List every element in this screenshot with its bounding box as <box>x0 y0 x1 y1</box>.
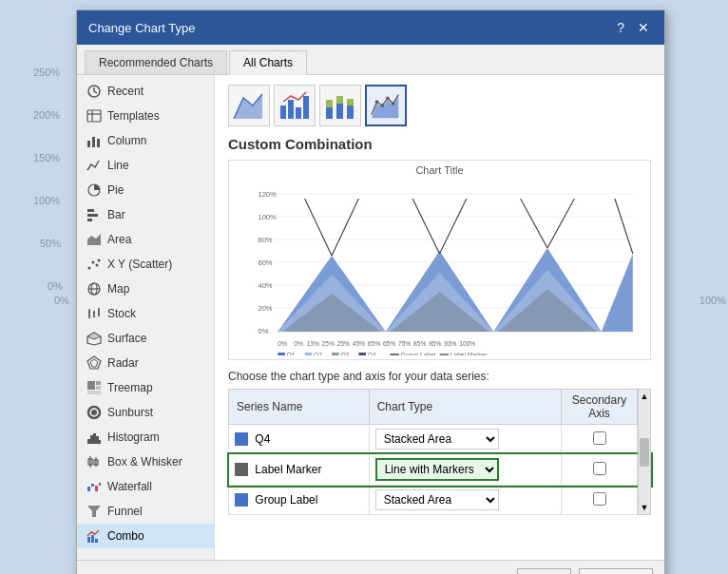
treemap-icon <box>86 380 102 395</box>
sidebar-item-scatter[interactable]: X Y (Scatter) <box>77 252 214 277</box>
bg-percent-left-0: 0% <box>54 295 69 306</box>
series-name-label-marker: Label Marker <box>229 454 370 486</box>
sidebar-label-sunburst: Sunburst <box>107 406 153 419</box>
series-select-group-label[interactable]: Stacked Area Line with Markers <box>375 489 499 510</box>
sidebar-label-surface: Surface <box>107 332 146 345</box>
th-chart-type: Chart Type <box>369 390 561 425</box>
sidebar-item-radar[interactable]: Radar <box>77 351 214 375</box>
chart-preview-title: Chart Title <box>233 164 646 176</box>
sidebar: Recent Templates Column Line <box>77 75 215 560</box>
sidebar-item-box-whisker[interactable]: Box & Whisker <box>77 450 214 474</box>
scroll-up[interactable]: ▲ <box>641 392 649 401</box>
svg-marker-31 <box>90 359 98 367</box>
series-select-label-marker[interactable]: Line with Markers Stacked Area <box>375 458 499 481</box>
sidebar-item-templates[interactable]: Templates <box>77 104 214 128</box>
help-button[interactable]: ? <box>613 18 628 37</box>
svg-point-67 <box>375 100 379 104</box>
svg-text:Q3: Q3 <box>340 352 349 355</box>
sidebar-label-combo: Combo <box>107 529 144 543</box>
series-name-q4: Q4 <box>229 425 370 454</box>
series-color-group-label <box>235 493 248 507</box>
sidebar-item-funnel[interactable]: Funnel <box>77 499 214 524</box>
chart-type-btn-1[interactable] <box>228 85 270 126</box>
svg-rect-6 <box>97 139 100 147</box>
sidebar-item-sunburst[interactable]: Sunburst <box>77 400 214 425</box>
series-secondary-label-marker <box>562 454 638 486</box>
svg-rect-60 <box>326 107 333 119</box>
bg-percent-100: 100% <box>33 195 60 206</box>
table-scrollbar[interactable]: ▲ ▼ <box>638 389 651 515</box>
series-name-group-label: Group Label <box>229 486 370 515</box>
content: Recent Templates Column Line <box>77 75 664 560</box>
series-checkbox-group-label[interactable] <box>593 492 606 506</box>
sidebar-item-waterfall[interactable]: Waterfall <box>77 474 214 499</box>
svg-text:93%: 93% <box>444 340 456 347</box>
svg-rect-4 <box>87 141 90 147</box>
svg-rect-42 <box>99 440 101 444</box>
table-row-label-marker: Label Marker Line with Markers Stacked A… <box>229 454 651 486</box>
svg-line-101 <box>615 199 633 254</box>
sidebar-label-bar: Bar <box>107 208 125 221</box>
chart-type-btn-2[interactable] <box>274 85 316 126</box>
svg-rect-65 <box>347 99 354 105</box>
sidebar-item-treemap[interactable]: Treemap <box>77 375 214 400</box>
svg-rect-115 <box>278 353 285 355</box>
sidebar-item-pie[interactable]: Pie <box>77 178 214 202</box>
sidebar-item-combo[interactable]: Combo <box>77 524 214 548</box>
svg-text:20%: 20% <box>258 304 272 313</box>
sidebar-item-column[interactable]: Column <box>77 128 214 153</box>
sidebar-item-recent[interactable]: Recent <box>77 79 214 104</box>
svg-marker-11 <box>87 234 101 245</box>
cancel-button[interactable]: Cancel <box>579 568 653 574</box>
funnel-icon <box>86 504 102 519</box>
series-checkbox-q4[interactable] <box>593 431 606 445</box>
svg-text:45%: 45% <box>353 340 365 347</box>
svg-point-70 <box>392 102 395 105</box>
svg-text:13%: 13% <box>307 340 319 347</box>
sidebar-item-surface[interactable]: Surface <box>77 326 214 351</box>
scroll-down[interactable]: ▼ <box>641 503 649 512</box>
series-charttype-label-marker: Line with Markers Stacked Area <box>369 454 561 486</box>
close-button[interactable]: ✕ <box>634 18 653 37</box>
svg-rect-33 <box>96 381 101 385</box>
sidebar-item-histogram[interactable]: Histogram <box>77 425 214 450</box>
chart-type-btn-combo[interactable] <box>365 85 407 126</box>
sidebar-label-stock: Stock <box>107 307 136 320</box>
sidebar-label-map: Map <box>107 282 129 296</box>
bg-percent-150: 150% <box>33 152 60 163</box>
series-color-q4 <box>235 432 248 446</box>
ok-button[interactable]: OK <box>517 568 571 574</box>
series-select-q4[interactable]: Stacked Area Line with Markers <box>375 429 499 450</box>
svg-rect-5 <box>92 137 95 147</box>
sidebar-item-area[interactable]: Area <box>77 227 214 252</box>
title-bar-controls: ? ✕ <box>613 18 653 37</box>
svg-marker-94 <box>602 254 633 332</box>
svg-rect-39 <box>90 435 93 444</box>
tab-recommended[interactable]: Recommended Charts <box>85 50 227 74</box>
chart-type-icons <box>228 85 651 126</box>
svg-line-100 <box>547 199 574 248</box>
th-series-name: Series Name <box>229 390 370 425</box>
svg-text:Q4: Q4 <box>368 352 376 355</box>
series-checkbox-label-marker[interactable] <box>593 462 606 475</box>
scroll-thumb[interactable] <box>640 438 649 467</box>
svg-rect-54 <box>95 539 98 543</box>
svg-line-95 <box>305 199 332 256</box>
svg-line-98 <box>440 199 467 254</box>
tab-all-charts[interactable]: All Charts <box>229 50 307 75</box>
chart-type-btn-3[interactable] <box>319 85 361 126</box>
sidebar-item-stock[interactable]: Stock <box>77 301 214 326</box>
sidebar-item-line[interactable]: Line <box>77 153 214 178</box>
sidebar-label-funnel: Funnel <box>107 505 143 518</box>
sidebar-item-bar[interactable]: Bar <box>77 202 214 227</box>
sidebar-label-radar: Radar <box>107 356 139 370</box>
svg-rect-61 <box>326 100 333 107</box>
sidebar-item-map[interactable]: Map <box>77 277 214 301</box>
svg-marker-66 <box>372 97 398 119</box>
table-row-group-label: Group Label Stacked Area Line with Marke… <box>229 486 651 515</box>
svg-point-68 <box>380 104 384 107</box>
map-icon <box>86 281 102 297</box>
svg-text:85%: 85% <box>413 340 426 347</box>
sidebar-label-pie: Pie <box>107 183 124 197</box>
histogram-icon <box>86 430 102 445</box>
